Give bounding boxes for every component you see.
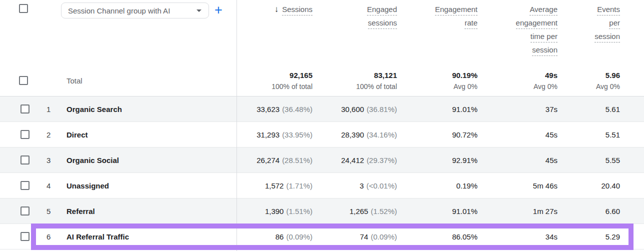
channel-name: Unassigned xyxy=(60,173,237,198)
column-header-events-per-session[interactable]: Events per session xyxy=(558,0,620,65)
column-header-sessions[interactable]: ↓ Sessions xyxy=(237,0,312,65)
table-row: 2 Direct 31,293(33.95%) 28,390(34.16%) 9… xyxy=(0,122,644,148)
table-row: 5 Referral 1,390(1.51%) 1,265(1.52%) 91.… xyxy=(0,198,644,224)
channel-name: Referral xyxy=(60,198,237,224)
sort-descending-icon: ↓ xyxy=(274,4,279,14)
table-header: Session Channel group with AI + ↓ Sessio… xyxy=(0,0,644,65)
chevron-down-icon xyxy=(196,10,202,12)
row-checkbox[interactable] xyxy=(20,104,30,114)
select-all-checkbox[interactable] xyxy=(19,4,28,13)
channel-name: Organic Search xyxy=(60,96,237,122)
total-engagement-rate: 90.19% xyxy=(452,71,478,80)
row-index: 3 xyxy=(31,148,60,172)
row-checkbox[interactable] xyxy=(20,206,30,216)
total-events-per-session: 5.96 xyxy=(606,71,620,80)
column-header-avg-engagement-time[interactable]: Average engagement time per session xyxy=(478,0,558,65)
table-row: 4 Unassigned 1,572(1.71%) 3(<0.01%) 0.19… xyxy=(0,173,644,198)
dimension-selector-value: Session Channel group with AI xyxy=(68,6,170,15)
column-header-engagement-rate[interactable]: Engagement rate xyxy=(397,0,478,65)
row-checkbox[interactable] xyxy=(20,232,30,241)
column-header-label[interactable]: Sessions xyxy=(282,4,312,16)
total-label: Total xyxy=(60,65,237,96)
row-checkbox[interactable] xyxy=(20,130,30,139)
table-row: 3 Organic Social 26,274(28.51%) 24,412(2… xyxy=(0,148,644,173)
channel-name: Direct xyxy=(60,122,237,147)
total-row-checkbox[interactable] xyxy=(19,76,28,85)
table-row-highlighted: 6 AI Referral Traffic 86(0.09%) 74(0.09%… xyxy=(0,224,644,250)
channel-name: AI Referral Traffic xyxy=(60,224,237,249)
row-checkbox[interactable] xyxy=(20,181,30,190)
total-sessions: 92,165 xyxy=(290,71,312,80)
dimension-selector-dropdown[interactable]: Session Channel group with AI xyxy=(61,2,209,18)
row-index: 6 xyxy=(31,224,60,249)
row-index: 1 xyxy=(31,96,60,122)
total-row: Total 92,165 100% of total 83,121 100% o… xyxy=(0,65,644,96)
table-row: 1 Organic Search 33,623(36.48%) 30,600(3… xyxy=(0,96,644,122)
row-index: 4 xyxy=(31,173,60,198)
column-header-engaged-sessions[interactable]: Engaged sessions xyxy=(312,0,397,65)
total-engaged-sessions: 83,121 xyxy=(374,71,397,80)
channel-name: Organic Social xyxy=(60,148,237,172)
row-checkbox[interactable] xyxy=(20,156,30,164)
row-index: 2 xyxy=(31,122,60,147)
add-dimension-button[interactable]: + xyxy=(214,2,222,18)
total-avg-engagement-time: 49s xyxy=(545,71,558,80)
row-index: 5 xyxy=(31,198,60,224)
